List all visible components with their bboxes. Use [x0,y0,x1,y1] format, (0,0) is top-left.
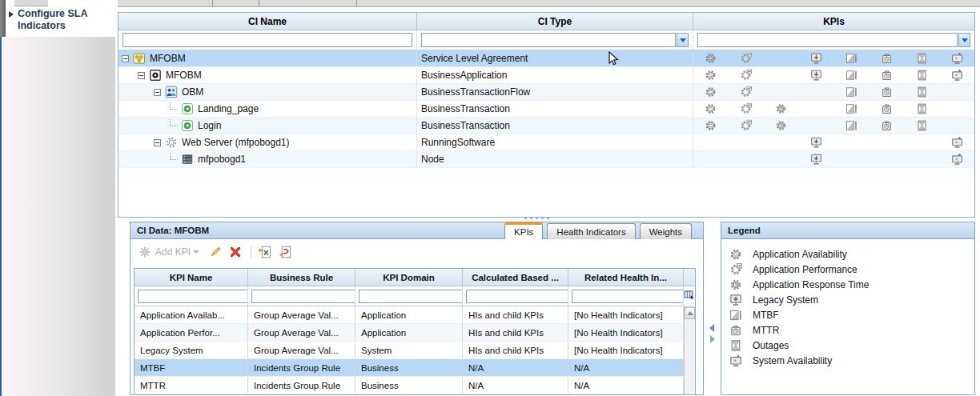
header-scroll-corner [684,269,695,286]
sidebar-dark-edge [0,0,6,37]
add-kpi-dropdown-caret-icon[interactable] [193,250,199,254]
kpi-row-application-availability[interactable]: Application Availab... Group Average Val… [135,306,695,324]
collapse-toggle-icon[interactable] [154,139,161,146]
legend-item: Application Availability [729,246,974,262]
kpi-domain-filter-input[interactable] [359,290,463,303]
system-availability-icon [729,354,742,367]
kpi-row-mtbf[interactable]: MTBF Incidents Group Rule Business N/A N… [135,359,695,377]
edit-kpi-button[interactable] [209,246,222,258]
calculated-based-filter-input[interactable] [466,290,568,303]
column-header-ci-name[interactable]: CI Name [118,13,417,30]
collapse-toggle-icon[interactable] [122,55,129,62]
ci-type-filter-input[interactable] [421,33,676,47]
export-pdf-button[interactable] [279,246,291,258]
sidebar-edge-line [0,37,2,396]
kpi-row-mttr[interactable]: MTTR Incidents Group Rule Business N/A N… [135,377,695,394]
cell-kpi-domain: Business [355,377,463,394]
cell-kpi-name: Application Perfor... [135,324,248,341]
system-availability-icon [951,53,963,65]
outages-icon [916,86,928,98]
app-availability-icon [729,248,742,261]
kpi-row-legacy-system[interactable]: Legacy System Group Average Val... Syste… [135,342,695,359]
kpis-filter-input[interactable] [697,33,958,47]
delete-kpi-button[interactable] [229,246,242,258]
node-icon [181,153,194,166]
tree-row-mfpobogd1[interactable]: mfpobogd1 Node [118,151,974,168]
toolbar-separator [356,0,357,6]
scroll-up-button[interactable] [685,307,695,319]
tab-kpis[interactable]: KPIs [504,222,543,239]
ci-type: BusinessTransactionFlow [417,84,693,100]
mtbf-icon [845,86,858,98]
legend-item: System Availability [729,353,974,368]
vertical-scrollbar[interactable] [684,359,695,377]
ci-data-tabs: KPIs Health Indicators Weights [500,222,692,239]
ci-data-title: CI Data: MFOBM [137,226,209,235]
tab-health-indicators[interactable]: Health Indicators [547,223,635,239]
kpi-row-application-performance[interactable]: Application Perfor... Group Average Val.… [135,324,695,342]
legend-title: Legend [728,226,761,235]
cell-related-health: N/A [568,377,684,394]
column-header-business-rule[interactable]: Business Rule [248,269,355,286]
tree-row-mfobm-app[interactable]: MFOBM BusinessApplication [118,67,974,84]
tree-connector [170,102,178,110]
kpi-icons-cell [693,101,974,117]
column-picker-icon [684,290,695,301]
legend-item: MTTR [729,322,974,338]
tree-row-landing-page[interactable]: Landing_page BusinessTransaction [118,101,974,118]
collapse-toggle-icon[interactable] [154,89,161,96]
cell-kpi-name: Legacy System [135,342,248,358]
tree-row-obm[interactable]: OBM BusinessTransactionFlow [118,84,974,101]
kpi-table-filter-row [135,286,695,306]
column-header-ci-type[interactable]: CI Type [417,13,693,30]
expand-right-icon[interactable] [710,335,715,343]
business-rule-filter-input[interactable] [251,290,355,303]
add-kpi-button[interactable]: Add KPI [155,246,191,258]
cell-related-health: [No Health Indicators] [568,324,684,341]
column-header-kpis[interactable]: KPIs [693,13,974,30]
system-availability-icon [951,154,963,166]
vertical-scrollbar[interactable] [684,377,695,394]
outages-icon [916,120,928,132]
cell-business-rule: Incidents Group Rule [248,359,355,376]
cell-business-rule: Group Average Val... [248,324,355,341]
app-availability-icon [705,70,717,82]
column-header-related-health[interactable]: Related Health In... [568,269,684,286]
outages-icon [916,70,928,82]
sla-ci-tree-panel: CI Name CI Type KPIs MFOBM Service Level… [118,12,975,218]
cell-business-rule: Group Average Val... [248,306,355,323]
vertical-scrollbar[interactable] [684,324,695,342]
related-health-filter-input[interactable] [572,290,684,303]
ci-type: BusinessTransaction [417,101,693,117]
kpi-name-filter-input[interactable] [138,290,248,303]
horizontal-splitter[interactable] [524,217,549,219]
chevron-down-icon [962,38,968,42]
export-excel-button[interactable] [259,246,271,258]
kpi-table: KPI Name Business Rule KPI Domain Calcul… [134,268,696,395]
app-availability-icon [705,86,717,98]
column-picker-button[interactable] [684,286,695,306]
collapse-toggle-icon[interactable] [138,72,145,79]
column-header-kpi-name[interactable]: KPI Name [135,269,248,286]
column-header-calculated-based[interactable]: Calculated Based ... [463,269,568,286]
collapse-left-icon[interactable] [709,324,714,332]
ci-type: BusinessTransaction [417,118,693,134]
column-header-kpi-domain[interactable]: KPI Domain [355,269,463,286]
tab-weights[interactable]: Weights [640,223,692,239]
vertical-scrollbar[interactable] [684,342,695,359]
vertical-splitter[interactable] [706,222,721,395]
kpi-table-body: Application Availab... Group Average Val… [135,306,695,394]
kpis-filter-dropdown[interactable] [958,33,970,47]
ci-type-filter-dropdown[interactable] [677,33,689,47]
tree-row-mfobm-sla[interactable]: MFOBM Service Level Agreement [118,50,974,67]
cell-calculated-based: N/A [463,377,568,394]
ci-name: mfpobogd1 [198,154,246,165]
mtbf-icon [845,53,858,65]
sidebar-item-configure-sla-indicators[interactable]: Configure SLA Indicators [18,8,107,32]
legend-label: System Availability [753,355,832,366]
ci-name-filter-input[interactable] [122,33,412,47]
tree-row-web-server[interactable]: Web Server (mfpobogd1) RunningSoftware [118,134,974,151]
vertical-scrollbar[interactable] [684,306,695,324]
mttr-icon [881,103,893,115]
tree-row-login[interactable]: Login BusinessTransaction [118,118,974,134]
